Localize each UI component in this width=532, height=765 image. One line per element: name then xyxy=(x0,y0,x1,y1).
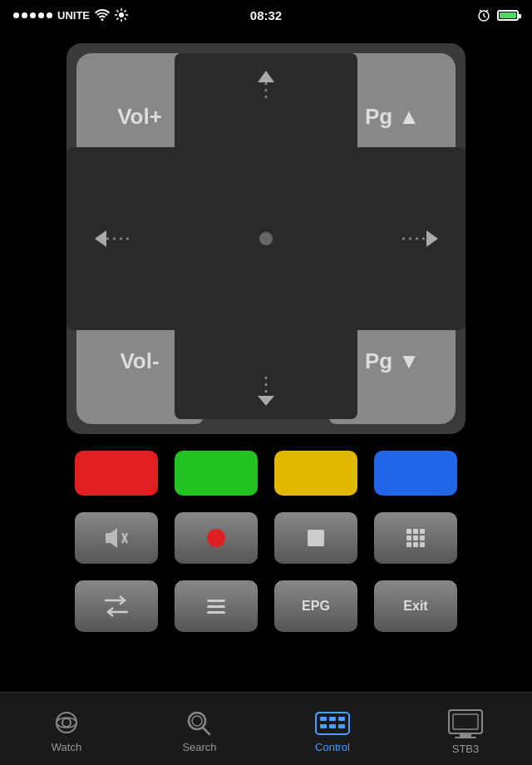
swap-button[interactable] xyxy=(75,580,158,632)
svg-rect-48 xyxy=(449,710,482,733)
tab-search[interactable]: Search xyxy=(141,704,258,753)
svg-line-5 xyxy=(116,10,118,12)
svg-marker-31 xyxy=(426,230,438,247)
brightness-icon xyxy=(115,8,128,22)
red-button[interactable] xyxy=(75,451,158,496)
svg-rect-50 xyxy=(460,733,471,737)
svg-rect-43 xyxy=(329,717,336,721)
svg-line-12 xyxy=(480,10,482,12)
svg-line-8 xyxy=(116,18,118,20)
tab-bar: Watch Search Control STB3 xyxy=(0,692,532,765)
watch-icon xyxy=(51,709,82,738)
wifi-icon xyxy=(95,9,110,21)
svg-point-39 xyxy=(192,716,202,726)
svg-point-36 xyxy=(62,718,71,727)
epg-button[interactable]: EPG xyxy=(274,580,357,632)
svg-rect-49 xyxy=(453,714,478,729)
svg-marker-32 xyxy=(106,528,117,548)
tab-watch-label: Watch xyxy=(52,741,81,753)
mute-button[interactable] xyxy=(75,512,158,564)
svg-point-35 xyxy=(57,713,76,733)
tab-search-label: Search xyxy=(182,741,216,753)
dpad-center-button[interactable] xyxy=(259,232,273,245)
control-icon xyxy=(313,709,352,738)
svg-rect-47 xyxy=(338,724,345,728)
status-time: 08:32 xyxy=(250,8,282,22)
svg-rect-44 xyxy=(338,717,345,721)
yellow-button[interactable] xyxy=(274,451,357,496)
svg-line-13 xyxy=(485,10,488,12)
svg-line-40 xyxy=(203,728,209,734)
svg-marker-22 xyxy=(95,230,106,247)
svg-rect-41 xyxy=(316,713,349,734)
tab-stb3[interactable]: STB3 xyxy=(407,703,524,755)
battery-icon xyxy=(497,10,519,21)
svg-rect-51 xyxy=(455,737,476,738)
dpad-container: Vol+ Pg ▲ Vol- Pg ▼ xyxy=(66,43,466,434)
menu-icon xyxy=(207,600,225,614)
control-buttons-row xyxy=(66,512,466,564)
function-buttons-row: EPG Exit xyxy=(66,580,466,632)
tab-control[interactable]: Control xyxy=(274,704,391,753)
carrier-name: UNITE xyxy=(57,9,90,22)
svg-line-7 xyxy=(125,10,126,12)
tab-stb3-label: STB3 xyxy=(452,743,480,755)
menu-button[interactable] xyxy=(175,580,258,632)
stop-icon xyxy=(308,530,324,546)
dpad-right-button[interactable] xyxy=(384,214,451,264)
svg-line-6 xyxy=(125,18,126,20)
color-buttons-row xyxy=(66,451,466,496)
search-icon xyxy=(185,709,214,738)
svg-marker-21 xyxy=(258,396,274,406)
record-icon xyxy=(207,529,225,547)
dpad-up-button[interactable] xyxy=(241,53,291,120)
tab-control-label: Control xyxy=(315,741,350,753)
signal-dots xyxy=(13,12,52,18)
svg-line-11 xyxy=(484,16,485,17)
dpad-left-button[interactable] xyxy=(81,214,148,264)
blue-button[interactable] xyxy=(374,451,457,496)
main-content: Vol+ Pg ▲ Vol- Pg ▼ xyxy=(0,30,532,645)
stb3-icon xyxy=(446,708,485,739)
exit-button[interactable]: Exit xyxy=(374,580,457,632)
grid-icon xyxy=(406,529,425,547)
swap-icon xyxy=(101,594,131,619)
svg-rect-45 xyxy=(320,724,327,728)
svg-rect-46 xyxy=(329,724,336,728)
status-bar: UNITE 08:32 xyxy=(0,0,532,30)
grid-button[interactable] xyxy=(374,512,457,564)
svg-point-0 xyxy=(119,12,124,17)
dpad-down-button[interactable] xyxy=(241,358,291,424)
mute-icon xyxy=(102,526,131,550)
record-button[interactable] xyxy=(175,512,258,564)
green-button[interactable] xyxy=(175,451,258,496)
alarm-icon xyxy=(477,8,490,22)
stop-button[interactable] xyxy=(274,512,357,564)
svg-rect-42 xyxy=(320,717,327,721)
svg-marker-14 xyxy=(258,71,274,82)
tab-watch[interactable]: Watch xyxy=(8,704,125,753)
